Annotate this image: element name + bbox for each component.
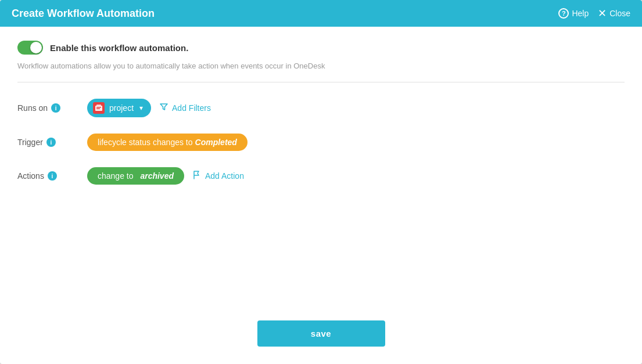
- filter-icon: [159, 102, 168, 114]
- trigger-info-icon[interactable]: i: [46, 138, 56, 147]
- svg-rect-1: [96, 104, 101, 106]
- trigger-pill[interactable]: lifecycle status changes to Completed: [87, 134, 248, 151]
- add-action-button[interactable]: Add Action: [192, 170, 244, 182]
- trigger-operator: changes to: [153, 138, 193, 147]
- trigger-label: Trigger: [17, 138, 43, 147]
- close-icon: ✕: [598, 8, 607, 19]
- runs-on-dropdown[interactable]: project ▾: [87, 99, 151, 117]
- action-value: archived: [140, 171, 174, 181]
- save-button[interactable]: save: [257, 320, 385, 347]
- divider: [17, 82, 625, 82]
- trigger-controls: lifecycle status changes to Completed: [87, 134, 248, 151]
- trigger-label-group: Trigger i: [17, 138, 87, 147]
- actions-row: Actions i change to archived Add Action: [17, 167, 625, 185]
- actions-label: Actions: [17, 171, 44, 181]
- header-actions: ? Help ✕ Close: [558, 8, 630, 19]
- modal-header: Create Workflow Automation ? Help ✕ Clos…: [0, 0, 642, 27]
- close-button[interactable]: ✕ Close: [598, 8, 630, 19]
- chevron-down-icon: ▾: [139, 104, 143, 112]
- toggle-knob: [30, 42, 42, 53]
- actions-label-group: Actions i: [17, 171, 87, 181]
- trigger-row: Trigger i lifecycle status changes to Co…: [17, 134, 625, 151]
- close-label: Close: [609, 9, 630, 18]
- subtitle: Workflow automations allow you to automa…: [17, 62, 625, 70]
- actions-controls: change to archived Add Action: [87, 167, 244, 185]
- add-filters-button[interactable]: Add Filters: [159, 102, 211, 114]
- runs-on-label: Runs on: [17, 103, 48, 113]
- help-icon: ?: [558, 8, 569, 19]
- enable-label: Enable this workflow automation.: [50, 43, 188, 53]
- help-label: Help: [572, 9, 589, 18]
- runs-on-controls: project ▾ Add Filters: [87, 99, 211, 117]
- runs-on-label-group: Runs on i: [17, 103, 87, 113]
- modal-title: Create Workflow Automation: [12, 8, 155, 20]
- add-action-label: Add Action: [205, 171, 244, 181]
- svg-rect-2: [96, 107, 101, 108]
- actions-info-icon[interactable]: i: [48, 171, 57, 181]
- modal-body: Enable this workflow automation. Workflo…: [0, 27, 642, 309]
- trigger-value: Completed: [195, 138, 237, 147]
- action-label: change to: [98, 171, 134, 181]
- add-filters-label: Add Filters: [172, 103, 211, 113]
- modal-footer: save: [0, 309, 642, 364]
- enable-row: Enable this workflow automation.: [17, 41, 625, 55]
- help-button[interactable]: ? Help: [558, 8, 589, 19]
- flag-icon: [192, 170, 202, 182]
- runs-on-row: Runs on i project ▾: [17, 99, 625, 117]
- trigger-field: lifecycle status: [98, 138, 150, 147]
- action-pill[interactable]: change to archived: [87, 167, 184, 185]
- runs-on-info-icon[interactable]: i: [51, 103, 60, 113]
- project-icon: [93, 102, 105, 114]
- svg-rect-3: [96, 109, 100, 110]
- modal-create-workflow: Create Workflow Automation ? Help ✕ Clos…: [0, 0, 642, 364]
- runs-on-value: project: [109, 103, 134, 113]
- enable-toggle[interactable]: [17, 41, 43, 55]
